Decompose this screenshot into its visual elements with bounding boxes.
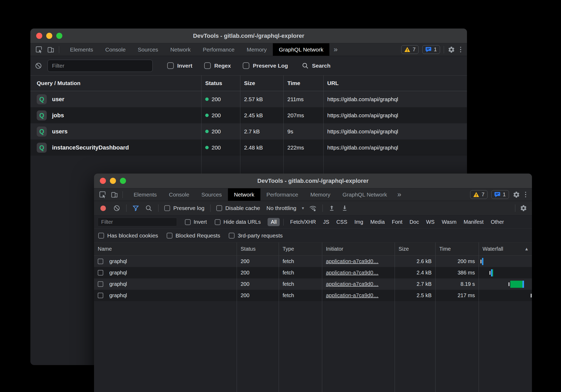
type-filter-font[interactable]: Font xyxy=(392,219,403,225)
import-har-icon[interactable] xyxy=(328,204,336,212)
warnings-badge[interactable]: 7 xyxy=(401,45,419,54)
type-filter-other[interactable]: Other xyxy=(491,219,504,225)
type-filter-media[interactable]: Media xyxy=(370,219,385,225)
tab-network[interactable]: Network xyxy=(164,43,197,56)
column-header-type[interactable]: Type xyxy=(279,242,322,255)
warnings-badge[interactable]: 7 xyxy=(470,190,488,199)
column-header-waterfall[interactable]: Waterfall ▲ xyxy=(479,242,532,255)
tab-elements[interactable]: Elements xyxy=(64,43,99,56)
record-button[interactable] xyxy=(100,206,106,211)
inspect-element-icon[interactable] xyxy=(35,46,43,53)
network-settings-gear-icon[interactable] xyxy=(520,204,527,212)
column-header-size[interactable]: Size xyxy=(240,76,283,91)
column-header-status[interactable]: Status xyxy=(237,242,279,255)
url-value: https://gitlab.com/api/graphql xyxy=(323,123,467,139)
preserve-log-checkbox[interactable]: Preserve Log xyxy=(243,62,288,69)
type-filter-doc[interactable]: Doc xyxy=(410,219,419,225)
type-filter-img[interactable]: Img xyxy=(354,219,363,225)
device-toolbar-icon[interactable] xyxy=(111,191,118,198)
hide-data-urls-checkbox[interactable]: Hide data URLs xyxy=(215,219,261,225)
column-header-name[interactable]: Name xyxy=(94,242,237,255)
tab-graphql-network[interactable]: GraphQL Network xyxy=(273,43,329,56)
column-header-time[interactable]: Time xyxy=(283,76,323,91)
tab-graphql-network[interactable]: GraphQL Network xyxy=(336,188,393,201)
table-row[interactable]: graphql 200 fetch application-a7ca9d0… 2… xyxy=(94,278,532,290)
more-tabs-icon[interactable]: » xyxy=(329,43,342,56)
type-filter-wasm[interactable]: Wasm xyxy=(442,219,456,225)
third-party-requests-checkbox[interactable]: 3rd-party requests xyxy=(229,232,283,239)
table-row[interactable]: Qjobs 200 2.45 kB 207ms https://gitlab.c… xyxy=(30,107,467,123)
regex-checkbox[interactable]: Regex xyxy=(204,62,231,69)
devtools-tabbar: Elements Console Sources Network Perform… xyxy=(94,188,532,201)
issues-badge[interactable]: 1 xyxy=(422,45,440,54)
initiator-link[interactable]: application-a7ca9d0… xyxy=(326,292,378,298)
export-har-icon[interactable] xyxy=(341,204,349,212)
search-button[interactable]: Search xyxy=(302,62,330,69)
table-row[interactable]: graphql 200 fetch application-a7ca9d0… 2… xyxy=(94,267,532,278)
column-header-query-mutation[interactable]: Query / Mutation xyxy=(30,76,201,91)
more-options-icon[interactable] xyxy=(524,192,527,198)
row-checkbox[interactable] xyxy=(98,259,103,264)
column-header-initiator[interactable]: Initiator xyxy=(322,242,395,255)
table-row[interactable]: graphql 200 fetch application-a7ca9d0… 2… xyxy=(94,290,532,301)
query-badge: Q xyxy=(37,94,47,104)
request-name: graphql xyxy=(109,292,127,298)
table-row[interactable]: graphql 200 fetch application-a7ca9d0… 2… xyxy=(94,256,532,267)
settings-gear-icon[interactable] xyxy=(448,46,455,53)
titlebar[interactable]: DevTools - gitlab.com/-/graphql-explorer xyxy=(30,29,467,43)
row-checkbox[interactable] xyxy=(98,281,103,287)
column-header-size[interactable]: Size xyxy=(395,242,435,255)
type-filter-fetch-xhr[interactable]: Fetch/XHR xyxy=(290,219,316,225)
row-checkbox[interactable] xyxy=(98,270,103,276)
search-icon[interactable] xyxy=(145,204,152,212)
blocked-requests-checkbox[interactable]: Blocked Requests xyxy=(167,232,220,239)
more-options-icon[interactable] xyxy=(459,47,462,53)
titlebar[interactable]: DevTools - gitlab.com/-/graphql-explorer xyxy=(94,174,532,188)
filter-input[interactable] xyxy=(48,60,153,72)
disable-cache-checkbox[interactable]: Disable cache xyxy=(216,205,260,211)
invert-checkbox[interactable]: Invert xyxy=(185,219,207,225)
inspect-element-icon[interactable] xyxy=(99,191,106,198)
invert-checkbox[interactable]: Invert xyxy=(167,62,192,69)
type-filter-manifest[interactable]: Manifest xyxy=(464,219,484,225)
initiator-link[interactable]: application-a7ca9d0… xyxy=(326,281,378,287)
settings-gear-icon[interactable] xyxy=(513,191,520,198)
tab-sources[interactable]: Sources xyxy=(132,43,164,56)
tab-sources[interactable]: Sources xyxy=(195,188,228,201)
clear-icon[interactable] xyxy=(113,204,120,212)
table-row[interactable]: QinstanceSecurityDashboard 200 2.48 kB 2… xyxy=(30,139,467,156)
table-row[interactable]: Quser 200 2.57 kB 211ms https://gitlab.c… xyxy=(30,91,467,107)
type-filter-ws[interactable]: WS xyxy=(426,219,434,225)
tab-performance[interactable]: Performance xyxy=(260,188,304,201)
tab-elements[interactable]: Elements xyxy=(128,188,163,201)
tab-console[interactable]: Console xyxy=(99,43,132,56)
type-filter-js[interactable]: JS xyxy=(323,219,329,225)
tab-memory[interactable]: Memory xyxy=(304,188,336,201)
clear-icon[interactable] xyxy=(35,62,42,69)
more-tabs-icon[interactable]: » xyxy=(393,188,405,201)
initiator-link[interactable]: application-a7ca9d0… xyxy=(326,258,378,264)
column-header-status[interactable]: Status xyxy=(201,76,240,91)
filter-funnel-icon[interactable] xyxy=(132,204,139,212)
tab-performance[interactable]: Performance xyxy=(197,43,241,56)
tab-memory[interactable]: Memory xyxy=(241,43,273,56)
preserve-log-checkbox[interactable]: Preserve log xyxy=(164,205,204,211)
has-blocked-cookies-checkbox[interactable]: Has blocked cookies xyxy=(98,232,158,239)
filter-input[interactable] xyxy=(98,218,177,226)
graphql-filter-bar: Invert Regex Preserve Log Search xyxy=(30,56,467,75)
devtools-tabbar: Elements Console Sources Network Perform… xyxy=(30,43,467,56)
column-header-time[interactable]: Time xyxy=(435,242,479,255)
initiator-link[interactable]: application-a7ca9d0… xyxy=(326,270,378,276)
column-header-url[interactable]: URL xyxy=(323,76,467,91)
type-filter-css[interactable]: CSS xyxy=(336,219,347,225)
type-filter-all[interactable]: All xyxy=(268,218,280,226)
tab-network[interactable]: Network xyxy=(228,188,260,201)
throttling-dropdown[interactable]: No throttling ▼ xyxy=(267,205,305,211)
row-checkbox[interactable] xyxy=(98,293,103,298)
table-row[interactable]: Qusers 200 2.7 kB 9s https://gitlab.com/… xyxy=(30,123,467,139)
tab-console[interactable]: Console xyxy=(163,188,195,201)
status-ok-dot xyxy=(205,130,209,133)
network-conditions-icon[interactable] xyxy=(309,204,317,212)
device-toolbar-icon[interactable] xyxy=(47,46,55,53)
issues-badge[interactable]: 1 xyxy=(491,190,509,199)
